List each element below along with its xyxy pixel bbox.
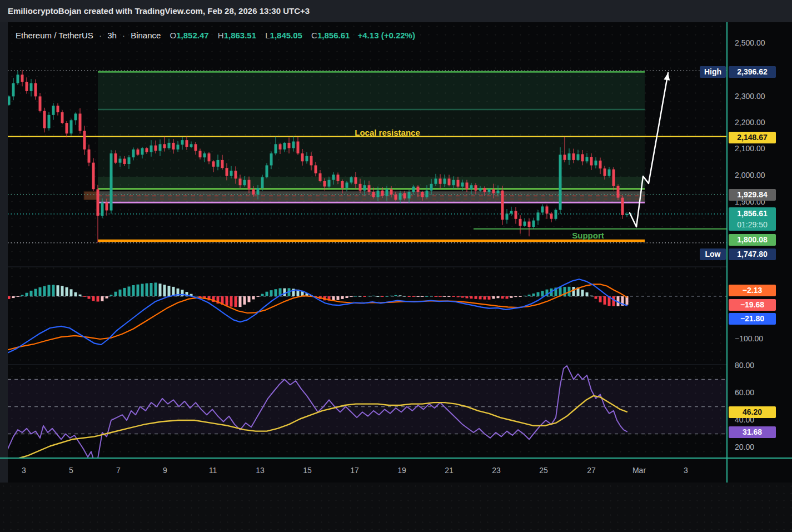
exchange-label: Binance (131, 31, 161, 40)
close-key: C (311, 31, 317, 40)
time-axis-label: 17 (338, 466, 371, 475)
time-axis-label: 3 (669, 466, 703, 475)
close-value: 1,856.61 (317, 31, 350, 40)
open-key: O (170, 31, 177, 40)
price-axis-label: 2,300.00 (735, 92, 765, 101)
support-label[interactable]: Support (572, 231, 604, 240)
price-badge: 46.20 (729, 406, 776, 418)
change-value: +4.13 (+0.22%) (358, 31, 415, 40)
symbol-name[interactable]: Ethereum / TetherUS (16, 31, 93, 40)
price-axis-label: 2,200.00 (735, 118, 765, 127)
time-axis-label: 5 (54, 466, 88, 475)
watermark-text: EmiliocryptoBojan created with TradingVi… (8, 6, 310, 16)
footer-bar: TradingView (0, 483, 792, 532)
time-axis-label: 19 (385, 466, 419, 475)
price-axis-label: 2,000.00 (735, 171, 765, 180)
time-axis-label: 25 (527, 466, 560, 475)
tradingview-screenshot: EmiliocryptoBojan created with TradingVi… (0, 0, 792, 532)
price-axis-label: −100.00 (735, 334, 763, 343)
time-axis-label: 9 (148, 466, 182, 475)
price-badge: 31.68 (729, 426, 776, 438)
low-marker-label: Low (700, 248, 726, 260)
price-badge: 1,929.84 (729, 189, 776, 201)
interval-label[interactable]: 3h (107, 31, 117, 40)
price-axis-label: 60.00 (735, 388, 754, 397)
watermark-bar: EmiliocryptoBojan created with TradingVi… (0, 0, 792, 22)
left-gutter (0, 22, 8, 483)
price-axis-separator (726, 22, 728, 483)
price-badge: 1,747.80 (729, 248, 776, 260)
current-price-badge: 1,856.6101:29:50 (729, 207, 776, 231)
price-badge: −19.68 (729, 299, 776, 311)
high-key: H (218, 31, 224, 40)
low-key: L (265, 31, 270, 40)
price-axis-label: 80.00 (735, 361, 754, 370)
high-value: 1,863.51 (224, 31, 256, 40)
time-axis-label: 3 (7, 466, 41, 475)
low-value: 1,845.05 (270, 31, 302, 40)
time-axis-label: 13 (243, 466, 277, 475)
time-axis-label: 7 (102, 466, 135, 475)
time-axis-label: Mar (622, 466, 656, 475)
main-chart-canvas[interactable] (8, 22, 727, 458)
local-resistance-label[interactable]: Local resistance (355, 128, 420, 137)
time-axis-label: 27 (575, 466, 608, 475)
price-badge: −21.80 (729, 313, 776, 325)
time-axis-separator (0, 458, 792, 459)
time-axis-label: 23 (480, 466, 513, 475)
macd-histogram (8, 282, 629, 307)
time-axis-label: 21 (432, 466, 466, 475)
open-value: 1,852.47 (176, 31, 208, 40)
price-axis-label: 2,500.00 (735, 38, 765, 47)
price-badge: 2,148.67 (729, 132, 776, 143)
time-axis-label: 11 (196, 466, 230, 475)
macd-lines (8, 279, 627, 352)
symbol-legend[interactable]: Ethereum / TetherUS · 3h · Binance O1,85… (16, 31, 415, 40)
legend-separator: · (99, 31, 102, 40)
time-axis-label: 15 (291, 466, 324, 475)
price-axis-label: 2,100.00 (735, 144, 765, 153)
price-axis-label: 20.00 (735, 442, 754, 451)
price-badge: −2.13 (729, 285, 776, 296)
price-badge: 2,396.62 (729, 66, 776, 78)
legend-separator: · (122, 31, 125, 40)
high-marker-label: High (700, 66, 726, 78)
price-badge: 1,800.08 (729, 234, 776, 246)
